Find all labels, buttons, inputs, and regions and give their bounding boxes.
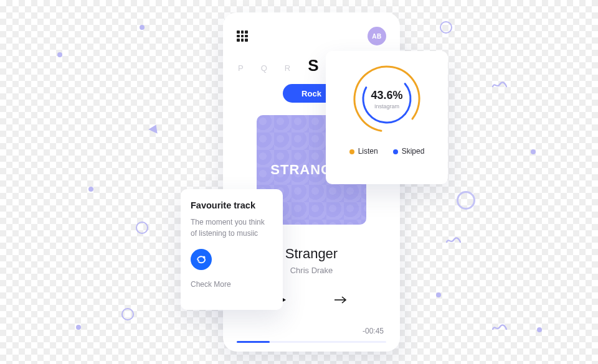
repeat-button[interactable] bbox=[191, 249, 212, 270]
confetti-dot bbox=[57, 52, 62, 57]
alpha-letter-selected[interactable]: S bbox=[308, 56, 318, 75]
favourite-title: Favourite track bbox=[191, 200, 273, 210]
time-remaining: -00:45 bbox=[363, 327, 384, 335]
legend-item-listen: Listen bbox=[349, 147, 378, 156]
legend-label-listen: Listen bbox=[358, 147, 378, 156]
alpha-letter[interactable]: R bbox=[285, 63, 290, 73]
progress-bar[interactable] bbox=[237, 341, 386, 343]
repeat-icon bbox=[196, 254, 207, 264]
apps-grid-icon[interactable] bbox=[237, 30, 248, 42]
alpha-letter[interactable]: P bbox=[238, 63, 244, 73]
arrow-right-icon bbox=[335, 296, 347, 304]
legend-dot-icon bbox=[349, 149, 354, 154]
confetti-ring bbox=[121, 308, 134, 320]
favourite-description: The moment you think of listening to mus… bbox=[191, 217, 273, 239]
confetti-squiggle bbox=[492, 324, 507, 332]
check-more-link[interactable]: Check More bbox=[191, 280, 273, 289]
donut-chart: 43.6% Instagram bbox=[350, 62, 424, 136]
confetti-ring bbox=[136, 222, 148, 234]
donut-subtitle: Instagram bbox=[374, 103, 399, 110]
legend-dot-icon bbox=[393, 149, 398, 154]
genre-label: Rock bbox=[301, 89, 321, 98]
alpha-letter[interactable]: Q bbox=[261, 63, 267, 73]
confetti-squiggle bbox=[446, 236, 461, 245]
confetti-dot bbox=[436, 292, 441, 297]
confetti-squiggle bbox=[492, 81, 507, 90]
confetti-dot bbox=[531, 149, 536, 154]
phone-header: AB bbox=[237, 25, 386, 47]
donut-center: 43.6% Instagram bbox=[350, 62, 424, 136]
confetti-dot bbox=[537, 327, 542, 332]
next-button[interactable] bbox=[333, 292, 348, 307]
legend-item-skipped: Skiped bbox=[393, 147, 425, 156]
favourite-card: Favourite track The moment you think of … bbox=[181, 189, 283, 310]
donut-value: 43.6% bbox=[371, 89, 402, 102]
donut-legend: Listen Skiped bbox=[336, 147, 438, 156]
progress-done bbox=[237, 341, 270, 343]
confetti-dot bbox=[76, 325, 81, 330]
confetti-dot bbox=[140, 25, 145, 30]
legend-label-skipped: Skiped bbox=[402, 147, 425, 156]
confetti-triangle bbox=[148, 123, 161, 134]
confetti-dot bbox=[88, 187, 93, 192]
confetti-ring bbox=[440, 21, 452, 34]
svg-point-5 bbox=[203, 256, 206, 258]
confetti-ring bbox=[457, 191, 475, 210]
avatar[interactable]: AB bbox=[368, 27, 386, 45]
stats-card: 43.6% Instagram Listen Skiped bbox=[326, 51, 448, 184]
avatar-initials: AB bbox=[372, 33, 381, 40]
